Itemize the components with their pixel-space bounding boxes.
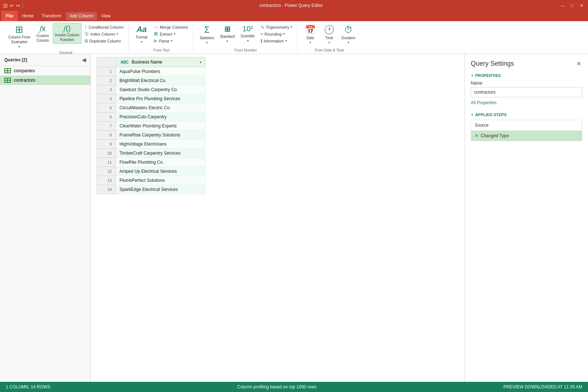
business-name-header[interactable]: ABC Business Name ▾ [116,57,205,67]
duplicate-column-icon: ⧉ [85,38,88,44]
row-number: 4 [97,94,116,103]
table-row[interactable]: 14SparkEdge Electrical Services [97,185,205,194]
conditional-column-btn[interactable]: ⫶ Conditional Column [82,24,126,30]
maximize-btn[interactable]: □ [568,2,576,9]
contractors-table-icon [4,78,11,83]
changed-type-label: Changed Type [481,133,509,138]
ribbon-from-text-buttons: Aa Format ▾ ↔ Merge Columns ⌘ Extract ▾ [132,23,190,48]
window-title: contractors - Power Query Editor [25,3,557,8]
business-name-cell: AquaPulse Plumbers [116,67,205,76]
queries-panel: Queries [2] ◀ companies contractors [0,54,91,382]
row-number: 8 [97,131,116,140]
collapse-queries-btn[interactable]: ◀ [82,57,86,63]
business-name-cell: TimberCraft Carpentry Services [116,149,205,158]
title-separator: | [22,3,23,8]
extract-btn[interactable]: ⌘ Extract ▾ [151,30,190,37]
settings-close-btn[interactable]: ✕ [575,60,582,68]
menu-home[interactable]: Home [19,12,37,20]
date-arrow: ▾ [310,41,311,44]
table-row[interactable]: 2BrightWatt Electrical Co. [97,76,205,85]
index-column-icon: ① [85,31,89,37]
table-row[interactable]: 8FrameRise Carpentry Solutions [97,131,205,140]
statistics-btn[interactable]: Σ Statistics ▾ [197,23,217,46]
table-row[interactable]: 5CircuitMasters Electric Co. [97,103,205,113]
trigonometry-btn[interactable]: ∿ Trigonometry ▾ [258,24,294,30]
business-name-header-label: Business Name [132,60,162,65]
table-row[interactable]: 11FlowRite Plumbing Co. [97,158,205,167]
rounding-btn[interactable]: ≈ Rounding ▾ [258,30,294,37]
business-name-cell: PlumbPerfect Solutions [116,176,205,185]
business-name-cell: BrightWatt Electrical Co. [116,76,205,85]
table-row[interactable]: 7ClearWater Plumbing Experts [97,122,205,131]
table-row[interactable]: 12Amped Up Electrical Services [97,167,205,176]
merge-columns-btn[interactable]: ↔ Merge Columns [151,24,190,30]
trigonometry-label: Trigonometry [266,25,289,29]
table-row[interactable]: 13PlumbPerfect Solutions [97,176,205,185]
information-btn[interactable]: ℹ Information ▾ [258,37,294,44]
status-col-row-count: 1 COLUMN, 14 ROWS [6,384,50,389]
date-btn[interactable]: 📅 Date ▾ [301,23,319,46]
row-number: 13 [97,176,116,185]
contractors-label: contractors [14,78,35,83]
custom-column-label: CustomColumn [36,33,49,43]
statistics-label: Statistics [200,36,214,40]
scientific-btn[interactable]: 10² Scientific ▾ [238,23,258,44]
menu-file[interactable]: File [1,11,18,21]
table-row[interactable]: 4Pipeline Pro Plumbing Services [97,94,205,103]
trigonometry-icon: ∿ [261,24,265,30]
menu-view[interactable]: View [98,12,114,20]
source-label: Source [475,123,489,128]
table-row[interactable]: 3Sawdust Studio Carpentry Co. [97,85,205,94]
query-item-companies[interactable]: companies [0,66,90,75]
col-from-examples-label: Column FromExamples [8,35,30,44]
rounding-arrow: ▾ [283,32,285,36]
table-row[interactable]: 1AquaPulse Plumbers [97,67,205,76]
index-column-arrow: ▾ [117,32,118,36]
row-number: 3 [97,85,116,94]
duplicate-column-btn[interactable]: ⧉ Duplicate Column [82,37,126,45]
custom-column-icon: 𝑓x [40,25,46,33]
invoke-custom-fn-btn[interactable]: 𝑓() Invoke CustomFunction [53,23,82,44]
minimize-btn[interactable]: — [559,2,566,9]
name-input[interactable] [471,87,582,97]
redo-btn[interactable]: ↪ [16,3,20,8]
step-source[interactable]: Source [471,120,582,131]
table-row[interactable]: 10TimberCraft Carpentry Services [97,149,205,158]
custom-column-btn[interactable]: 𝑓x CustomColumn [34,23,52,45]
format-btn[interactable]: Aa Format ▾ [132,23,151,45]
index-column-btn[interactable]: ① Index Column ▾ [82,30,126,37]
business-name-cell: Pipeline Pro Plumbing Services [116,94,205,103]
step-changed-type[interactable]: ✕ Changed Type [471,131,582,141]
extract-arrow: ▾ [174,32,175,36]
data-grid[interactable]: ABC Business Name ▾ 1AquaPulse Plumbers2… [91,54,465,382]
business-name-cell: FlowRite Plumbing Co. [116,158,205,167]
date-icon: 📅 [305,25,316,35]
table-row[interactable]: 6PrecisionCuts Carpentry [97,113,205,122]
close-btn[interactable]: ✕ [578,2,585,9]
from-datetime-group-label: From Date & Time [315,48,344,52]
duration-btn[interactable]: ⏱ Duration ▾ [339,23,358,46]
parse-btn[interactable]: ⊳ Parse ▾ [151,37,190,44]
all-properties-link[interactable]: All Properties [471,100,582,105]
business-name-cell: CircuitMasters Electric Co. [116,103,205,113]
conditional-column-label: Conditional Column [89,25,123,29]
col-filter-arrow[interactable]: ▾ [200,60,201,64]
applied-steps-label: APPLIED STEPS [475,113,507,117]
time-btn[interactable]: 🕐 Time ▾ [320,23,338,46]
query-item-contractors[interactable]: contractors [0,75,90,85]
row-num-header [97,57,116,67]
applied-steps-triangle: ▼ [471,113,474,117]
from-number-group-label: From Number [234,48,257,52]
menu-transform[interactable]: Transform [38,12,65,20]
menu-bar: File Home Transform Add Column View [0,11,588,21]
menu-add-column[interactable]: Add Column [66,12,97,20]
queries-header: Queries [2] ◀ [0,54,90,66]
statistics-arrow: ▾ [206,41,208,44]
undo-btn[interactable]: ↩ [10,3,14,8]
standard-btn[interactable]: ⊞ Standard ▾ [217,23,237,45]
business-name-cell: PrecisionCuts Carpentry [116,113,205,122]
table-row[interactable]: 9HighVoltage Electricians [97,140,205,149]
parse-icon: ⊳ [154,38,158,44]
col-from-examples-btn[interactable]: ⊞ Column FromExamples ▾ [6,23,33,50]
ribbon-group-from-datetime: 📅 Date ▾ 🕐 Time ▾ ⏱ Duration ▾ From Date… [298,23,361,52]
